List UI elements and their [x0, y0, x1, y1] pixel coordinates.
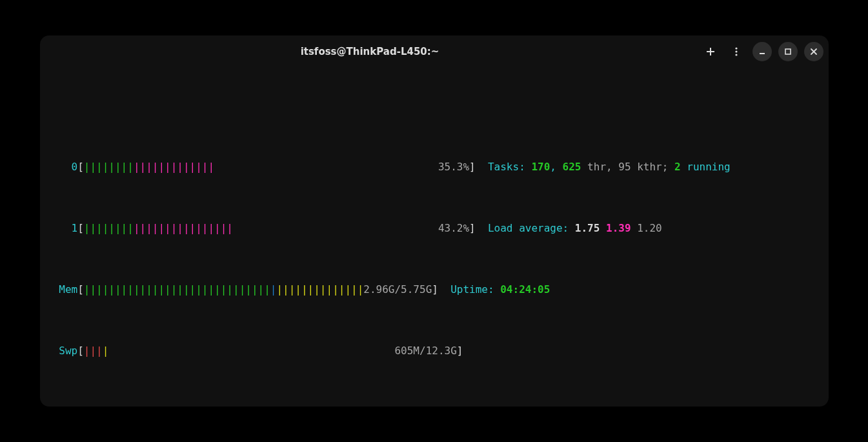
close-button[interactable]	[804, 42, 823, 61]
maximize-icon	[783, 47, 792, 56]
mem-meter: Mem[||||||||||||||||||||||||||||||||||||…	[46, 283, 822, 296]
cpu1-meter: 1[|||||||||||||||||||||||| 43.2%] Load a…	[46, 222, 822, 234]
minimize-icon	[758, 47, 767, 56]
svg-rect-3	[760, 53, 765, 54]
menu-button[interactable]	[727, 42, 746, 61]
window-title: itsfoss@ThinkPad-L450:~	[301, 46, 439, 58]
close-icon	[809, 47, 818, 56]
svg-rect-4	[785, 49, 791, 54]
swp-meter: Swp[|||| 605M/12.3G]	[46, 345, 822, 357]
svg-point-1	[735, 50, 737, 52]
kebab-icon	[731, 46, 742, 57]
new-tab-button[interactable]	[701, 42, 720, 61]
maximize-button[interactable]	[778, 42, 798, 61]
cpu0-meter: 0[||||||||||||||||||||| 35.3%] Tasks: 17…	[46, 161, 822, 173]
terminal-window: itsfoss@ThinkPad-L450:~ 0[||||||||||||||…	[40, 35, 829, 407]
window-titlebar: itsfoss@ThinkPad-L450:~	[40, 35, 829, 68]
plus-icon	[705, 46, 716, 57]
minimize-button[interactable]	[752, 42, 772, 61]
terminal-content[interactable]: 0[||||||||||||||||||||| 35.3%] Tasks: 17…	[40, 68, 829, 407]
svg-point-2	[735, 54, 737, 55]
svg-point-0	[735, 47, 737, 49]
window-controls	[701, 35, 823, 68]
